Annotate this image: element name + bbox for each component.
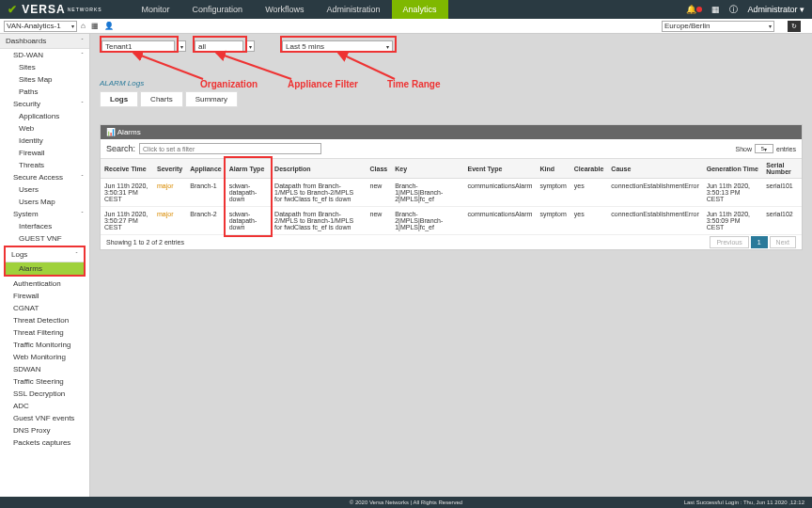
sidebar-guest-vnf-events[interactable]: Guest VNF events xyxy=(0,412,89,424)
sidebar-alarms[interactable]: Alarms xyxy=(6,262,84,275)
th-description[interactable]: Description xyxy=(271,159,366,179)
grid-icon[interactable]: ▦ xyxy=(711,5,720,14)
nav-monitor[interactable]: Monitor xyxy=(131,0,181,19)
last-login: Last Successful Login : Thu, Jun 11 2020… xyxy=(684,500,804,505)
sidebar: Dashboards˅ SD-WAN˅ Sites Sites Map Path… xyxy=(0,34,90,508)
context-bar: VAN-Analytics-1▾ ⌂ ▦ 👤 Europe/Berlin▾ ↻ xyxy=(0,19,812,34)
table-row[interactable]: Jun 11th 2020, 3:50:31 PM CESTmajorBranc… xyxy=(101,179,802,207)
search-label: Search: xyxy=(106,144,135,153)
show-label: Show xyxy=(735,146,752,152)
sidebar-traffic-monitoring[interactable]: Traffic Monitoring xyxy=(0,339,89,351)
sidebar-web-monitoring[interactable]: Web Monitoring xyxy=(0,351,89,363)
search-input[interactable] xyxy=(139,143,321,154)
th-serial-number[interactable]: Serial Number xyxy=(762,159,802,179)
sidebar-sdwan[interactable]: SD-WAN˅ xyxy=(0,49,89,61)
nav-analytics[interactable]: Analytics xyxy=(392,0,448,19)
th-kind[interactable]: Kind xyxy=(536,159,570,179)
page-1[interactable]: 1 xyxy=(751,236,768,248)
grid2-icon[interactable]: ▦ xyxy=(91,22,99,30)
tab-summary[interactable]: Summary xyxy=(185,91,238,107)
th-event-type[interactable]: Event Type xyxy=(464,159,537,179)
arrow-time xyxy=(333,49,398,83)
th-appliance[interactable]: Appliance xyxy=(186,159,225,179)
page-footer: © 2020 Versa Networks | All Rights Reser… xyxy=(0,497,812,508)
sidebar-paths[interactable]: Paths xyxy=(0,86,89,98)
sidebar-applications[interactable]: Applications xyxy=(0,110,89,122)
show-select[interactable]: 5▾ xyxy=(755,144,773,153)
th-key[interactable]: Key xyxy=(391,159,463,179)
topbar: ✔ VERSA NETWORKS Monitor Configuration W… xyxy=(0,0,812,19)
nav-administration[interactable]: Administration xyxy=(315,0,391,19)
sidebar-ssl-decryption[interactable]: SSL Decryption xyxy=(0,388,89,400)
arrow-appliance xyxy=(211,49,295,83)
th-class[interactable]: Class xyxy=(367,159,392,179)
refresh-button[interactable]: ↻ xyxy=(788,21,801,32)
tab-charts[interactable]: Charts xyxy=(140,91,183,107)
bell-icon[interactable]: 🔔 xyxy=(686,5,702,14)
sidebar-dashboards[interactable]: Dashboards˅ xyxy=(0,34,89,49)
sidebar-logs[interactable]: Logs˅ xyxy=(6,247,84,262)
sidebar-sites[interactable]: Sites xyxy=(0,61,89,73)
sidebar-cgnat[interactable]: CGNAT xyxy=(0,302,89,314)
table-row[interactable]: Jun 11th 2020, 3:50:27 PM CESTmajorBranc… xyxy=(101,207,802,235)
th-receive-time[interactable]: Receive Time xyxy=(101,159,153,179)
sidebar-dns-proxy[interactable]: DNS Proxy xyxy=(0,424,89,437)
svg-line-2 xyxy=(338,53,395,79)
sidebar-threats[interactable]: Threats xyxy=(0,159,89,171)
sidebar-auth[interactable]: Authentication xyxy=(0,278,89,290)
sidebar-web[interactable]: Web xyxy=(0,122,89,135)
person-icon[interactable]: 👤 xyxy=(104,22,114,30)
pagination: Previous 1 Next xyxy=(710,236,796,248)
main-content: Tenant1▾ all▾ Last 5 mins▾ Organization … xyxy=(90,34,812,508)
sidebar-sdwan-log[interactable]: SDWAN xyxy=(0,363,89,375)
sidebar-threat-filtering[interactable]: Threat Filtering xyxy=(0,326,89,339)
sidebar-firewall-log[interactable]: Firewall xyxy=(0,290,89,302)
topbar-right: 🔔 ▦ ⓘ Administrator ▾ xyxy=(686,4,804,16)
th-alarm-type[interactable]: Alarm Type xyxy=(226,159,271,179)
home-icon[interactable]: ⌂ xyxy=(81,22,86,30)
tenant-select[interactable]: VAN-Analytics-1▾ xyxy=(4,21,77,32)
svg-line-1 xyxy=(216,53,291,79)
sidebar-threat-detection[interactable]: Threat Detection xyxy=(0,314,89,326)
card-header: 📊 Alarms xyxy=(101,125,802,139)
sidebar-adc[interactable]: ADC xyxy=(0,400,89,412)
brand-logo: ✔ VERSA xyxy=(8,3,66,16)
brand-sub: NETWORKS xyxy=(68,7,102,12)
sidebar-guest-vnf[interactable]: GUEST VNF xyxy=(0,232,89,245)
sidebar-sites-map[interactable]: Sites Map xyxy=(0,73,89,86)
copyright: © 2020 Versa Networks | All Rights Reser… xyxy=(350,500,462,505)
sidebar-packets-captures[interactable]: Packets captures xyxy=(0,437,89,449)
sidebar-security[interactable]: Security˅ xyxy=(0,98,89,110)
tab-logs[interactable]: Logs xyxy=(100,91,138,107)
sidebar-system[interactable]: System˅ xyxy=(0,208,89,220)
page-previous[interactable]: Previous xyxy=(710,236,748,248)
th-clearable[interactable]: Clearable xyxy=(570,159,608,179)
panel-tabs: Logs Charts Summary xyxy=(100,91,803,107)
sidebar-identity[interactable]: Identity xyxy=(0,135,89,147)
nav-configuration[interactable]: Configuration xyxy=(181,0,255,19)
sidebar-secure-access[interactable]: Secure Access˅ xyxy=(0,171,89,183)
page-next[interactable]: Next xyxy=(770,236,796,248)
arrow-org xyxy=(128,49,212,83)
sidebar-traffic-steering[interactable]: Traffic Steering xyxy=(0,375,89,388)
alarms-card: 📊 Alarms Search: Show 5▾ entries Receive… xyxy=(100,124,803,250)
th-severity[interactable]: Severity xyxy=(153,159,186,179)
main-nav: Monitor Configuration Workflows Administ… xyxy=(131,0,448,19)
sidebar-interfaces[interactable]: Interfaces xyxy=(0,220,89,232)
th-cause[interactable]: Cause xyxy=(607,159,702,179)
nav-workflows[interactable]: Workflows xyxy=(254,0,315,19)
info-icon[interactable]: ⓘ xyxy=(729,4,738,16)
sidebar-users-map[interactable]: Users Map xyxy=(0,196,89,208)
svg-line-0 xyxy=(133,53,203,79)
region-select[interactable]: Europe/Berlin▾ xyxy=(662,21,774,32)
alarms-table: Receive Time Severity Appliance Alarm Ty… xyxy=(101,158,802,235)
th-generation-time[interactable]: Generation Time xyxy=(703,159,763,179)
entries-label: entries xyxy=(776,146,796,152)
user-menu[interactable]: Administrator ▾ xyxy=(747,5,804,14)
sidebar-users[interactable]: Users xyxy=(0,183,89,196)
sidebar-firewall[interactable]: Firewall xyxy=(0,147,89,159)
table-summary: Showing 1 to 2 of 2 entries xyxy=(106,239,184,246)
